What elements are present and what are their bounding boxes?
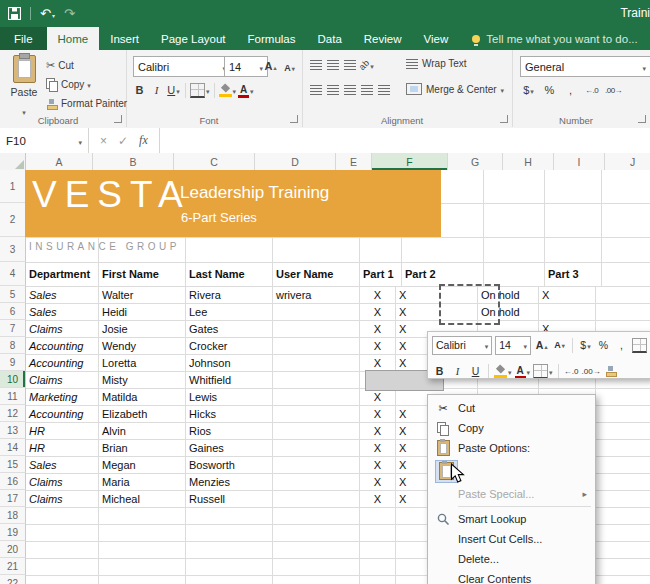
cell-C21[interactable] bbox=[186, 558, 273, 576]
cell-D4[interactable]: User Name bbox=[273, 262, 360, 287]
cell-A8[interactable]: Accounting bbox=[26, 337, 99, 355]
cell-C11[interactable]: Lewis bbox=[186, 388, 273, 406]
save-button[interactable] bbox=[8, 7, 21, 20]
row-header-14[interactable]: 14 bbox=[0, 439, 26, 456]
row-header-1[interactable]: 1 bbox=[0, 170, 26, 203]
cell-B17[interactable]: Micheal bbox=[99, 490, 186, 508]
cell-D21[interactable] bbox=[273, 558, 360, 576]
number-dialog-launcher[interactable] bbox=[638, 115, 646, 123]
cell-B5[interactable]: Walter bbox=[99, 286, 186, 304]
row-header-2[interactable]: 2 bbox=[0, 203, 26, 237]
mini-format-table-button[interactable] bbox=[632, 337, 647, 354]
row-header-5[interactable]: 5 bbox=[0, 286, 26, 303]
cell-A16[interactable]: Claims bbox=[26, 473, 99, 491]
cell-B7[interactable]: Josie bbox=[99, 320, 186, 338]
font-name-select[interactable]: Calibri bbox=[133, 56, 231, 77]
cell-E21[interactable] bbox=[360, 558, 396, 576]
cell-E7[interactable]: X bbox=[360, 320, 396, 338]
cell-I15[interactable] bbox=[596, 456, 650, 474]
cell-E12[interactable]: X bbox=[360, 405, 396, 423]
mini-italic-button[interactable]: I bbox=[450, 363, 465, 380]
row-header-9[interactable]: 9 bbox=[0, 354, 26, 371]
cell-A11[interactable]: Marketing bbox=[26, 388, 99, 406]
cell-A6[interactable]: Sales bbox=[26, 303, 99, 321]
cell-E16[interactable]: X bbox=[360, 473, 396, 491]
cell-C7[interactable]: Gates bbox=[186, 320, 273, 338]
decrease-decimal-button[interactable]: .00→ bbox=[605, 81, 622, 99]
cell-E22[interactable] bbox=[360, 575, 396, 584]
cell-H4[interactable]: Part 3 bbox=[545, 262, 602, 287]
cell-C13[interactable]: Rios bbox=[186, 422, 273, 440]
cell-C12[interactable]: Hicks bbox=[186, 405, 273, 423]
cell-G3[interactable] bbox=[484, 237, 545, 263]
cell-A17[interactable]: Claims bbox=[26, 490, 99, 508]
increase-decimal-button[interactable]: ←.0 bbox=[584, 81, 599, 99]
cell-H6[interactable] bbox=[539, 303, 596, 321]
cell-A9[interactable]: Accounting bbox=[26, 354, 99, 372]
alignment-dialog-launcher[interactable] bbox=[500, 115, 508, 123]
cell-A18[interactable] bbox=[26, 507, 99, 525]
cell-A22[interactable] bbox=[26, 575, 99, 584]
mini-underline-button[interactable]: U bbox=[468, 363, 483, 380]
menu-item-copy[interactable]: Copy bbox=[428, 418, 595, 438]
comma-style-button[interactable]: , bbox=[563, 81, 578, 99]
mini-borders-button[interactable] bbox=[533, 363, 553, 380]
cell-A15[interactable]: Sales bbox=[26, 456, 99, 474]
cell-E17[interactable]: X bbox=[360, 490, 396, 508]
cell-B22[interactable] bbox=[99, 575, 186, 584]
cell-C20[interactable] bbox=[186, 541, 273, 559]
percent-style-button[interactable]: % bbox=[542, 81, 557, 99]
cell-D18[interactable] bbox=[273, 507, 360, 525]
row-header-16[interactable]: 16 bbox=[0, 473, 26, 490]
tab-view[interactable]: View bbox=[413, 27, 460, 50]
insert-function-button[interactable]: fx bbox=[139, 133, 148, 148]
cell-A12[interactable]: Accounting bbox=[26, 405, 99, 423]
row-header-18[interactable]: 18 bbox=[0, 507, 26, 524]
paste-button[interactable]: Paste bbox=[3, 55, 45, 119]
row-header-12[interactable]: 12 bbox=[0, 405, 26, 422]
bold-button[interactable]: B bbox=[132, 81, 147, 99]
cell-D17[interactable] bbox=[273, 490, 360, 508]
mini-decrease-decimal-button[interactable]: .00→ bbox=[582, 363, 601, 380]
align-bottom-button[interactable] bbox=[342, 56, 357, 74]
column-header-J[interactable]: J bbox=[605, 153, 650, 170]
align-right-button[interactable] bbox=[342, 81, 357, 99]
menu-item-smart-lookup[interactable]: Smart Lookup bbox=[428, 509, 595, 529]
mini-bold-button[interactable]: B bbox=[432, 363, 447, 380]
cell-I5[interactable] bbox=[596, 286, 650, 304]
cell-D5[interactable]: wrivera bbox=[273, 286, 360, 304]
cell-A10[interactable]: Claims bbox=[26, 371, 99, 389]
cell-E13[interactable]: X bbox=[360, 422, 396, 440]
redo-button[interactable]: ↷ bbox=[64, 6, 75, 21]
cell-E18[interactable] bbox=[360, 507, 396, 525]
tab-home[interactable]: Home bbox=[47, 27, 100, 50]
cell-G2[interactable] bbox=[484, 203, 545, 238]
cell-D3[interactable] bbox=[273, 237, 360, 263]
cell-D20[interactable] bbox=[273, 541, 360, 559]
cell-I17[interactable] bbox=[596, 490, 650, 508]
name-box[interactable]: F10 bbox=[0, 128, 89, 153]
cell-C9[interactable]: Johnson bbox=[186, 354, 273, 372]
cut-button[interactable]: ✂ Cut bbox=[46, 57, 74, 74]
cell-C4[interactable]: Last Name bbox=[186, 262, 273, 287]
cell-B8[interactable]: Wendy bbox=[99, 337, 186, 355]
cell-I12[interactable] bbox=[596, 405, 650, 423]
cell-I6[interactable] bbox=[596, 303, 650, 321]
cell-E14[interactable]: X bbox=[360, 439, 396, 457]
cell-A14[interactable]: HR bbox=[26, 439, 99, 457]
tab-review[interactable]: Review bbox=[353, 27, 413, 50]
mini-font-color-button[interactable]: A bbox=[515, 363, 531, 380]
cell-B14[interactable]: Brian bbox=[99, 439, 186, 457]
align-middle-button[interactable] bbox=[325, 56, 340, 74]
cell-H1[interactable] bbox=[545, 170, 602, 204]
increase-indent-button[interactable] bbox=[376, 81, 391, 99]
cell-I4[interactable] bbox=[602, 262, 650, 287]
cell-I22[interactable] bbox=[596, 575, 650, 584]
cell-B20[interactable] bbox=[99, 541, 186, 559]
cell-A13[interactable]: HR bbox=[26, 422, 99, 440]
cell-C16[interactable]: Menzies bbox=[186, 473, 273, 491]
mini-shrink-font-button[interactable]: A bbox=[552, 337, 567, 354]
cell-D10[interactable] bbox=[273, 371, 360, 389]
cell-B4[interactable]: First Name bbox=[99, 262, 186, 287]
cell-I11[interactable] bbox=[596, 388, 650, 406]
